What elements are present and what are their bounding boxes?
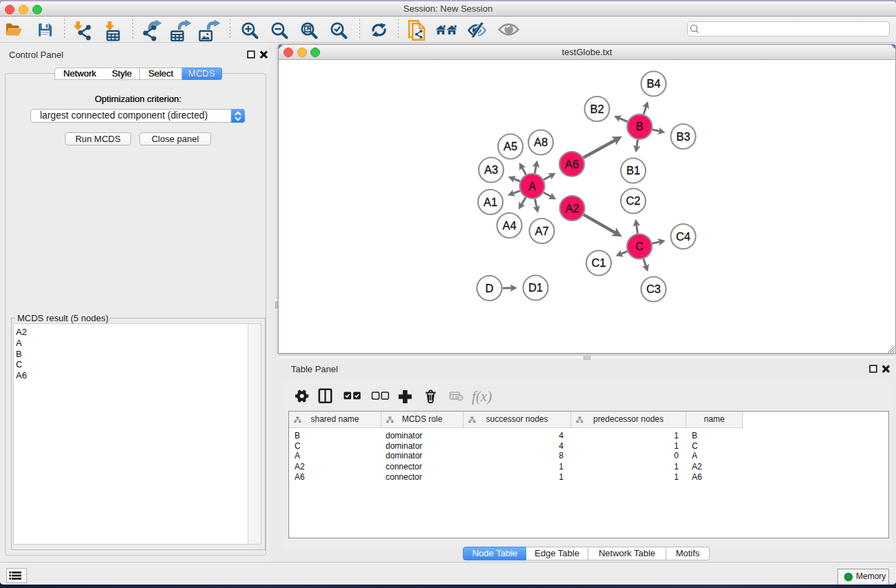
svg-text:A6: A6: [565, 158, 579, 170]
svg-text:A5: A5: [504, 140, 517, 152]
svg-text:B4: B4: [646, 77, 660, 90]
svg-text:C1: C1: [591, 256, 606, 269]
svg-text:A3: A3: [484, 163, 498, 176]
svg-text:C2: C2: [626, 194, 640, 207]
svg-text:D: D: [486, 282, 494, 294]
svg-text:B1: B1: [626, 164, 640, 176]
svg-text:A: A: [528, 180, 536, 192]
svg-text:A7: A7: [535, 225, 548, 237]
svg-text:A1: A1: [484, 196, 497, 208]
svg-text:D1: D1: [528, 281, 543, 294]
svg-text:C: C: [635, 240, 644, 252]
svg-text:A2: A2: [565, 202, 579, 214]
svg-text:A4: A4: [502, 219, 516, 232]
svg-text:B: B: [636, 120, 644, 132]
svg-text:C4: C4: [676, 230, 690, 243]
svg-text:f(x): f(x): [472, 388, 492, 405]
svg-text:B2: B2: [590, 103, 604, 115]
svg-text:B3: B3: [676, 130, 690, 143]
svg-text:C3: C3: [646, 283, 661, 295]
svg-text:A8: A8: [534, 136, 548, 148]
